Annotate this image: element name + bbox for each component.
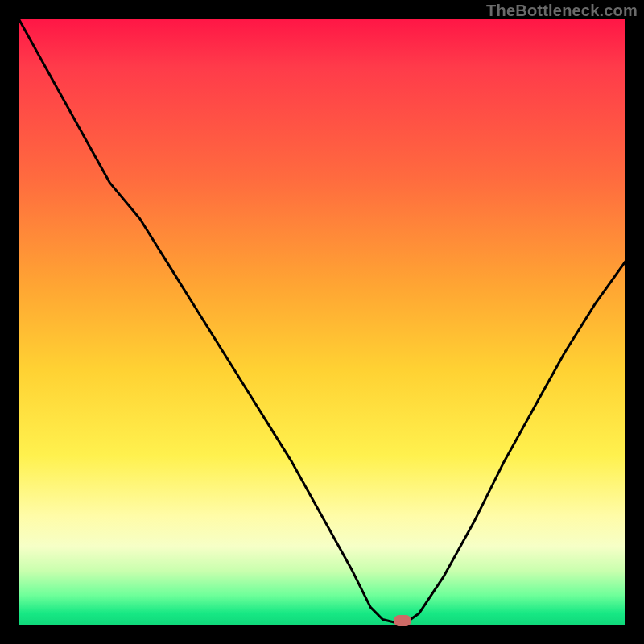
plot-area: [19, 19, 625, 625]
watermark-label: TheBottleneck.com: [486, 2, 638, 20]
chart-frame: TheBottleneck.com: [0, 0, 644, 644]
min-point-marker: [394, 615, 411, 626]
curve-path: [19, 19, 625, 622]
curve-svg: [19, 19, 625, 625]
